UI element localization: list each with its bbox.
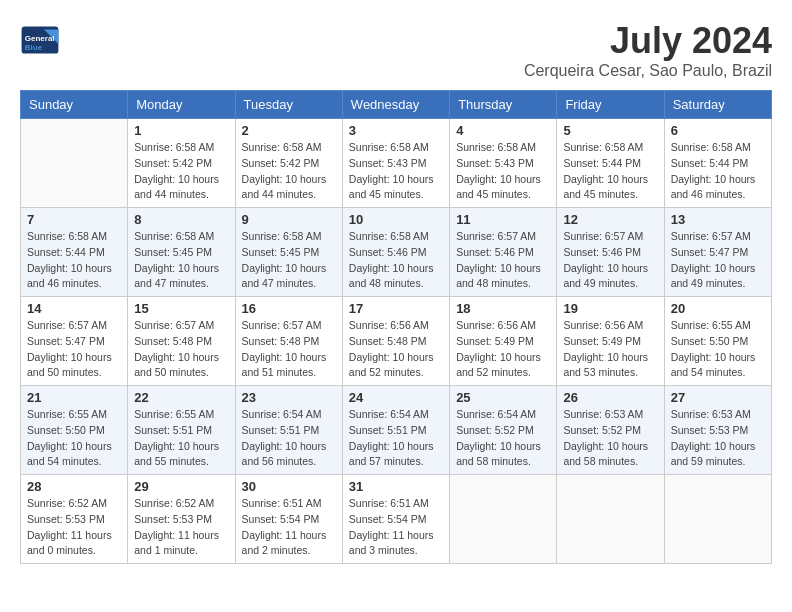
calendar-week-3: 14Sunrise: 6:57 AM Sunset: 5:47 PM Dayli… [21, 297, 772, 386]
day-info: Sunrise: 6:57 AM Sunset: 5:47 PM Dayligh… [671, 229, 765, 292]
weekday-friday: Friday [557, 91, 664, 119]
day-number: 21 [27, 390, 121, 405]
day-number: 7 [27, 212, 121, 227]
day-number: 12 [563, 212, 657, 227]
day-number: 14 [27, 301, 121, 316]
calendar-cell: 12Sunrise: 6:57 AM Sunset: 5:46 PM Dayli… [557, 208, 664, 297]
calendar-cell: 30Sunrise: 6:51 AM Sunset: 5:54 PM Dayli… [235, 475, 342, 564]
day-info: Sunrise: 6:54 AM Sunset: 5:51 PM Dayligh… [242, 407, 336, 470]
day-number: 23 [242, 390, 336, 405]
day-number: 9 [242, 212, 336, 227]
calendar-body: 1Sunrise: 6:58 AM Sunset: 5:42 PM Daylig… [21, 119, 772, 564]
calendar-cell: 31Sunrise: 6:51 AM Sunset: 5:54 PM Dayli… [342, 475, 449, 564]
day-number: 13 [671, 212, 765, 227]
day-info: Sunrise: 6:54 AM Sunset: 5:51 PM Dayligh… [349, 407, 443, 470]
day-info: Sunrise: 6:58 AM Sunset: 5:44 PM Dayligh… [27, 229, 121, 292]
day-number: 31 [349, 479, 443, 494]
weekday-sunday: Sunday [21, 91, 128, 119]
weekday-monday: Monday [128, 91, 235, 119]
day-number: 1 [134, 123, 228, 138]
calendar-cell: 22Sunrise: 6:55 AM Sunset: 5:51 PM Dayli… [128, 386, 235, 475]
calendar-cell: 29Sunrise: 6:52 AM Sunset: 5:53 PM Dayli… [128, 475, 235, 564]
day-info: Sunrise: 6:51 AM Sunset: 5:54 PM Dayligh… [349, 496, 443, 559]
day-number: 5 [563, 123, 657, 138]
day-number: 27 [671, 390, 765, 405]
day-number: 17 [349, 301, 443, 316]
calendar-cell: 18Sunrise: 6:56 AM Sunset: 5:49 PM Dayli… [450, 297, 557, 386]
calendar-cell: 23Sunrise: 6:54 AM Sunset: 5:51 PM Dayli… [235, 386, 342, 475]
calendar-cell: 17Sunrise: 6:56 AM Sunset: 5:48 PM Dayli… [342, 297, 449, 386]
day-info: Sunrise: 6:55 AM Sunset: 5:51 PM Dayligh… [134, 407, 228, 470]
day-number: 25 [456, 390, 550, 405]
day-number: 2 [242, 123, 336, 138]
day-number: 29 [134, 479, 228, 494]
day-number: 28 [27, 479, 121, 494]
weekday-saturday: Saturday [664, 91, 771, 119]
day-info: Sunrise: 6:58 AM Sunset: 5:43 PM Dayligh… [456, 140, 550, 203]
calendar-cell [21, 119, 128, 208]
calendar-cell: 28Sunrise: 6:52 AM Sunset: 5:53 PM Dayli… [21, 475, 128, 564]
calendar-table: SundayMondayTuesdayWednesdayThursdayFrid… [20, 90, 772, 564]
calendar-cell: 2Sunrise: 6:58 AM Sunset: 5:42 PM Daylig… [235, 119, 342, 208]
day-info: Sunrise: 6:58 AM Sunset: 5:42 PM Dayligh… [242, 140, 336, 203]
calendar-cell [557, 475, 664, 564]
day-info: Sunrise: 6:57 AM Sunset: 5:46 PM Dayligh… [563, 229, 657, 292]
day-info: Sunrise: 6:58 AM Sunset: 5:45 PM Dayligh… [134, 229, 228, 292]
day-info: Sunrise: 6:55 AM Sunset: 5:50 PM Dayligh… [27, 407, 121, 470]
weekday-wednesday: Wednesday [342, 91, 449, 119]
day-info: Sunrise: 6:52 AM Sunset: 5:53 PM Dayligh… [134, 496, 228, 559]
calendar-cell: 25Sunrise: 6:54 AM Sunset: 5:52 PM Dayli… [450, 386, 557, 475]
day-number: 15 [134, 301, 228, 316]
day-number: 3 [349, 123, 443, 138]
calendar-cell: 16Sunrise: 6:57 AM Sunset: 5:48 PM Dayli… [235, 297, 342, 386]
calendar-cell: 6Sunrise: 6:58 AM Sunset: 5:44 PM Daylig… [664, 119, 771, 208]
calendar-cell: 4Sunrise: 6:58 AM Sunset: 5:43 PM Daylig… [450, 119, 557, 208]
calendar-week-1: 1Sunrise: 6:58 AM Sunset: 5:42 PM Daylig… [21, 119, 772, 208]
calendar-cell [450, 475, 557, 564]
day-info: Sunrise: 6:51 AM Sunset: 5:54 PM Dayligh… [242, 496, 336, 559]
day-number: 24 [349, 390, 443, 405]
day-info: Sunrise: 6:54 AM Sunset: 5:52 PM Dayligh… [456, 407, 550, 470]
day-info: Sunrise: 6:58 AM Sunset: 5:46 PM Dayligh… [349, 229, 443, 292]
month-title: July 2024 [524, 20, 772, 62]
page-header: General Blue July 2024 Cerqueira Cesar, … [20, 20, 772, 80]
calendar-week-5: 28Sunrise: 6:52 AM Sunset: 5:53 PM Dayli… [21, 475, 772, 564]
calendar-cell: 10Sunrise: 6:58 AM Sunset: 5:46 PM Dayli… [342, 208, 449, 297]
day-number: 19 [563, 301, 657, 316]
day-info: Sunrise: 6:57 AM Sunset: 5:47 PM Dayligh… [27, 318, 121, 381]
day-info: Sunrise: 6:53 AM Sunset: 5:52 PM Dayligh… [563, 407, 657, 470]
day-info: Sunrise: 6:57 AM Sunset: 5:48 PM Dayligh… [242, 318, 336, 381]
calendar-cell: 9Sunrise: 6:58 AM Sunset: 5:45 PM Daylig… [235, 208, 342, 297]
calendar-cell: 14Sunrise: 6:57 AM Sunset: 5:47 PM Dayli… [21, 297, 128, 386]
weekday-thursday: Thursday [450, 91, 557, 119]
weekday-header-row: SundayMondayTuesdayWednesdayThursdayFrid… [21, 91, 772, 119]
day-info: Sunrise: 6:58 AM Sunset: 5:45 PM Dayligh… [242, 229, 336, 292]
calendar-week-4: 21Sunrise: 6:55 AM Sunset: 5:50 PM Dayli… [21, 386, 772, 475]
title-block: July 2024 Cerqueira Cesar, Sao Paulo, Br… [524, 20, 772, 80]
day-number: 20 [671, 301, 765, 316]
calendar-cell: 20Sunrise: 6:55 AM Sunset: 5:50 PM Dayli… [664, 297, 771, 386]
day-info: Sunrise: 6:56 AM Sunset: 5:48 PM Dayligh… [349, 318, 443, 381]
calendar-cell: 8Sunrise: 6:58 AM Sunset: 5:45 PM Daylig… [128, 208, 235, 297]
calendar-cell: 13Sunrise: 6:57 AM Sunset: 5:47 PM Dayli… [664, 208, 771, 297]
day-info: Sunrise: 6:58 AM Sunset: 5:43 PM Dayligh… [349, 140, 443, 203]
calendar-cell: 27Sunrise: 6:53 AM Sunset: 5:53 PM Dayli… [664, 386, 771, 475]
day-info: Sunrise: 6:58 AM Sunset: 5:44 PM Dayligh… [563, 140, 657, 203]
calendar-cell: 1Sunrise: 6:58 AM Sunset: 5:42 PM Daylig… [128, 119, 235, 208]
day-number: 26 [563, 390, 657, 405]
calendar-week-2: 7Sunrise: 6:58 AM Sunset: 5:44 PM Daylig… [21, 208, 772, 297]
day-info: Sunrise: 6:53 AM Sunset: 5:53 PM Dayligh… [671, 407, 765, 470]
location: Cerqueira Cesar, Sao Paulo, Brazil [524, 62, 772, 80]
logo: General Blue [20, 20, 64, 60]
logo-icon: General Blue [20, 20, 60, 60]
day-info: Sunrise: 6:52 AM Sunset: 5:53 PM Dayligh… [27, 496, 121, 559]
calendar-cell [664, 475, 771, 564]
day-number: 16 [242, 301, 336, 316]
day-info: Sunrise: 6:57 AM Sunset: 5:48 PM Dayligh… [134, 318, 228, 381]
calendar-cell: 7Sunrise: 6:58 AM Sunset: 5:44 PM Daylig… [21, 208, 128, 297]
day-number: 10 [349, 212, 443, 227]
day-number: 11 [456, 212, 550, 227]
day-number: 4 [456, 123, 550, 138]
svg-text:General: General [25, 34, 55, 43]
day-info: Sunrise: 6:55 AM Sunset: 5:50 PM Dayligh… [671, 318, 765, 381]
